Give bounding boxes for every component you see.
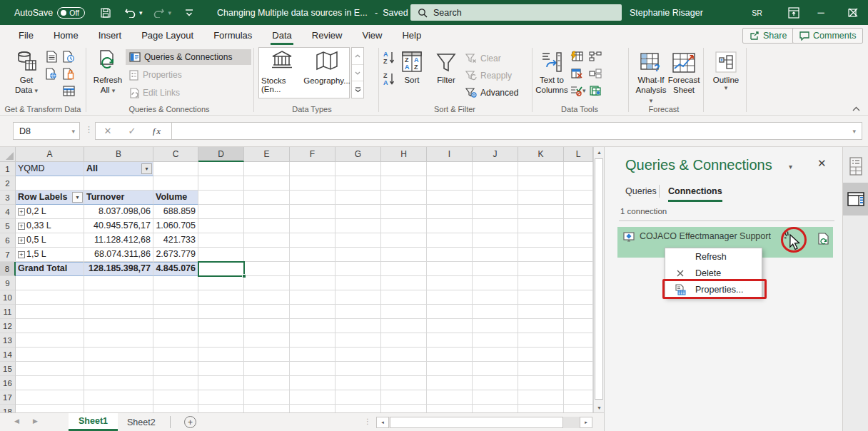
cell-D5[interactable] xyxy=(198,219,244,233)
from-web-icon[interactable] xyxy=(44,66,59,81)
cell-E12[interactable] xyxy=(244,319,290,333)
cell-L9[interactable] xyxy=(564,276,593,290)
cell-J12[interactable] xyxy=(473,319,518,333)
cell-D18[interactable] xyxy=(198,405,244,412)
text-to-columns-button[interactable]: Text to Columns xyxy=(535,49,568,95)
cell-F7[interactable] xyxy=(290,248,335,262)
filter-button[interactable]: Filter xyxy=(431,49,461,85)
cell-F11[interactable] xyxy=(290,305,335,319)
cell-C5[interactable]: 1.060.705 xyxy=(153,219,198,233)
cell-H8[interactable] xyxy=(381,262,427,276)
sort-button[interactable]: ZAAZ Sort xyxy=(398,49,425,85)
cell-C8[interactable]: 4.845.076 xyxy=(153,262,198,276)
cell-D10[interactable] xyxy=(198,290,244,305)
ribbon-tab-view[interactable]: View xyxy=(352,25,392,45)
cell-K1[interactable] xyxy=(518,162,564,176)
panel-tab-connections[interactable]: Connections xyxy=(668,186,722,202)
cell-B15[interactable] xyxy=(84,362,153,376)
cell-A6[interactable]: +0,5 L xyxy=(16,233,84,248)
cell-G5[interactable] xyxy=(335,219,381,233)
sheet-tab-sheet2[interactable]: Sheet2 xyxy=(117,413,166,431)
cell-I1[interactable] xyxy=(427,162,473,176)
cell-B13[interactable] xyxy=(84,333,153,348)
filter-dropdown-icon[interactable]: ▾ xyxy=(141,163,152,174)
cell-A10[interactable] xyxy=(16,290,84,305)
cell-C18[interactable] xyxy=(153,405,198,412)
data-validation-dropdown-icon[interactable]: ▾ xyxy=(582,88,586,93)
cell-G8[interactable] xyxy=(335,262,381,276)
cell-J4[interactable] xyxy=(473,205,518,219)
cell-G7[interactable] xyxy=(335,248,381,262)
cell-F4[interactable] xyxy=(290,205,335,219)
cell-D15[interactable] xyxy=(198,362,244,376)
task-pane-tab-queries-connections-icon[interactable] xyxy=(843,183,868,216)
cell-A5[interactable]: +0,33 L xyxy=(16,219,84,233)
cell-L11[interactable] xyxy=(564,305,593,319)
cell-A8[interactable]: Grand Total xyxy=(16,262,84,276)
sheet-tab-sheet1[interactable]: Sheet1 xyxy=(69,413,118,431)
cell-F17[interactable] xyxy=(290,390,335,405)
cell-B18[interactable] xyxy=(84,405,153,412)
cell-A16[interactable] xyxy=(16,376,84,390)
cell-C11[interactable] xyxy=(153,305,198,319)
column-header-H[interactable]: H xyxy=(381,147,427,162)
row-header-13[interactable]: 13 xyxy=(0,333,16,348)
cell-J18[interactable] xyxy=(473,405,518,412)
row-header-15[interactable]: 15 xyxy=(0,362,16,376)
gallery-more-icon[interactable] xyxy=(352,81,363,98)
cell-L10[interactable] xyxy=(564,290,593,305)
forecast-sheet-button[interactable]: Forecast Sheet xyxy=(668,49,700,95)
cell-C7[interactable]: 2.673.779 xyxy=(153,248,198,262)
cell-J9[interactable] xyxy=(473,276,518,290)
column-header-L[interactable]: L xyxy=(564,147,593,162)
cell-H16[interactable] xyxy=(381,376,427,390)
cell-I2[interactable] xyxy=(427,176,473,191)
cell-C6[interactable]: 421.733 xyxy=(153,233,198,248)
from-text-csv-icon[interactable] xyxy=(44,49,59,64)
row-header-2[interactable]: 2 xyxy=(0,176,16,191)
cell-F2[interactable] xyxy=(290,176,335,191)
cell-G3[interactable] xyxy=(335,191,381,205)
connection-refresh-icon[interactable] xyxy=(818,233,829,245)
hscroll-right-icon[interactable]: ▸ xyxy=(580,417,592,428)
name-box[interactable]: D8 ▾ xyxy=(13,122,80,140)
existing-connections-icon[interactable] xyxy=(61,66,76,81)
panel-tab-queries[interactable]: Queries xyxy=(625,186,657,196)
close-button[interactable] xyxy=(838,0,868,25)
cell-D11[interactable] xyxy=(198,305,244,319)
search-input[interactable]: Search xyxy=(410,4,622,21)
cell-B3[interactable]: Turnover xyxy=(84,191,153,205)
advanced-filter-button[interactable]: Advanced xyxy=(465,85,518,101)
tabbar-drag-dots[interactable]: ⋮ xyxy=(364,417,371,425)
comments-button[interactable]: Comments xyxy=(792,28,863,44)
cell-K8[interactable] xyxy=(518,262,564,276)
what-if-analysis-button[interactable]: ? What-If Analysis ▾ xyxy=(634,49,668,105)
cell-E1[interactable] xyxy=(244,162,290,176)
cell-F12[interactable] xyxy=(290,319,335,333)
queries-connections-toggle[interactable]: Queries & Connections xyxy=(126,49,251,65)
collapse-ribbon-icon[interactable] xyxy=(852,103,860,113)
row-header-4[interactable]: 4 xyxy=(0,205,16,219)
cell-K3[interactable] xyxy=(518,191,564,205)
cell-K13[interactable] xyxy=(518,333,564,348)
cell-A7[interactable]: +1,5 L xyxy=(16,248,84,262)
cell-G17[interactable] xyxy=(335,390,381,405)
cell-C1[interactable] xyxy=(153,162,198,176)
ribbon-tab-help[interactable]: Help xyxy=(392,25,431,45)
from-table-range-icon[interactable] xyxy=(61,83,76,98)
cell-G9[interactable] xyxy=(335,276,381,290)
cell-B1[interactable]: All▾ xyxy=(84,162,153,176)
cell-A4[interactable]: +0,2 L xyxy=(16,205,84,219)
cell-D17[interactable] xyxy=(198,390,244,405)
column-header-A[interactable]: A xyxy=(16,147,84,162)
user-name[interactable]: Stephanie Risager xyxy=(630,0,703,25)
cell-L14[interactable] xyxy=(564,348,593,362)
cell-B17[interactable] xyxy=(84,390,153,405)
cell-A3[interactable]: Row Labels▾ xyxy=(16,191,84,205)
hscroll-thumb[interactable] xyxy=(390,417,563,428)
cell-K18[interactable] xyxy=(518,405,564,412)
cell-F3[interactable] xyxy=(290,191,335,205)
row-header-18[interactable]: 18 xyxy=(0,405,16,412)
cell-C12[interactable] xyxy=(153,319,198,333)
cell-H15[interactable] xyxy=(381,362,427,376)
